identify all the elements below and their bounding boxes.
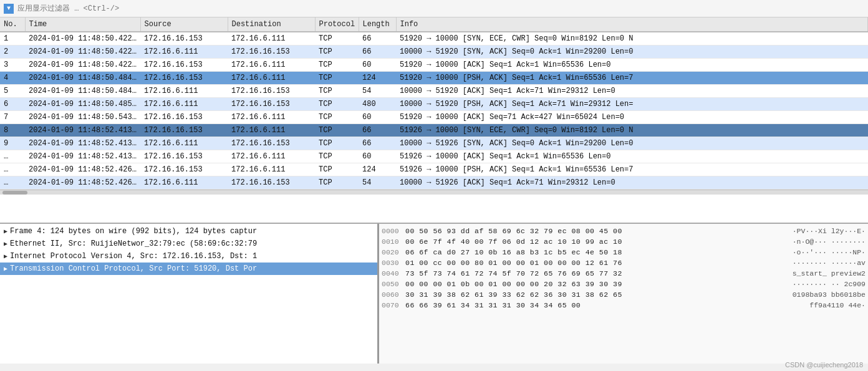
cell-3: 172.16.16.153 bbox=[228, 98, 315, 111]
cell-6: 51926 → 10000 [PSH, ACK] Seq=1 Ack=1 Win… bbox=[396, 163, 868, 176]
cell-1: 2024-01-09 11:48:50.485439 bbox=[25, 98, 140, 111]
table-row[interactable]: 92024-01-09 11:48:52.413238172.16.6.1111… bbox=[0, 137, 868, 150]
horizontal-scrollbar[interactable] bbox=[0, 190, 868, 195]
cell-2: 172.16.6.111 bbox=[140, 98, 228, 111]
hex-row: 002006 6f ca d0 27 10 0b 16 a8 b3 1c b5 … bbox=[382, 248, 866, 258]
hex-offset: 0010 bbox=[382, 237, 405, 247]
cell-1: 2024-01-09 11:48:50.543900 bbox=[25, 111, 140, 124]
table-row[interactable]: 12024-01-09 11:48:50.422428172.16.16.153… bbox=[0, 32, 868, 46]
header-info[interactable]: Info bbox=[396, 17, 868, 32]
hex-ascii: ·PV···Xi l2y···E· bbox=[793, 226, 866, 236]
cell-0: 5 bbox=[0, 85, 25, 98]
cell-6: 51920 → 10000 [SYN, ECE, CWR] Seq=0 Win=… bbox=[396, 32, 868, 46]
hex-row: 000000 50 56 93 dd af 58 69 6c 32 79 ec … bbox=[382, 226, 866, 236]
hex-ascii: ·n·O@··· ········ bbox=[793, 237, 866, 247]
detail-item[interactable]: ▶Internet Protocol Version 4, Src: 172.1… bbox=[0, 250, 377, 263]
cell-3: 172.16.16.153 bbox=[228, 137, 315, 150]
header-protocol[interactable]: Protocol bbox=[315, 17, 359, 32]
table-row[interactable]: …2024-01-09 11:48:52.426594172.16.16.153… bbox=[0, 163, 868, 176]
cell-4: TCP bbox=[315, 98, 359, 111]
cell-5: 60 bbox=[359, 59, 396, 72]
cell-5: 60 bbox=[359, 150, 396, 163]
cell-1: 2024-01-09 11:48:52.426594 bbox=[25, 163, 140, 176]
hex-row: 007066 66 39 61 34 31 31 31 30 34 34 65 … bbox=[382, 301, 866, 311]
table-row[interactable]: 52024-01-09 11:48:50.484874172.16.6.1111… bbox=[0, 85, 868, 98]
cell-1: 2024-01-09 11:48:52.413170 bbox=[25, 124, 140, 137]
hex-offset: 0050 bbox=[382, 279, 405, 289]
cell-4: TCP bbox=[315, 124, 359, 137]
packet-list-section: No. Time Source Destination Protocol Len… bbox=[0, 17, 868, 223]
header-destination[interactable]: Destination bbox=[228, 17, 315, 32]
cell-5: 66 bbox=[359, 46, 396, 59]
cell-6: 10000 → 51926 [ACK] Seq=1 Ack=71 Win=293… bbox=[396, 176, 868, 190]
cell-2: 172.16.6.111 bbox=[140, 46, 228, 59]
hex-ascii: s_start_ preview2 bbox=[793, 269, 866, 279]
cell-4: TCP bbox=[315, 32, 359, 46]
cell-0: 8 bbox=[0, 124, 25, 137]
packet-table: No. Time Source Destination Protocol Len… bbox=[0, 17, 868, 190]
hex-bytes: 66 66 39 61 34 31 31 31 30 34 34 65 00 bbox=[405, 301, 803, 311]
cell-0: 4 bbox=[0, 72, 25, 85]
hex-bytes: 06 6f ca d0 27 10 0b 16 a8 b3 1c b5 ec 4… bbox=[405, 248, 786, 258]
cell-2: 172.16.16.153 bbox=[140, 150, 228, 163]
hex-ascii: ·o··'··· ·····NP· bbox=[793, 248, 866, 258]
hex-offset: 0070 bbox=[382, 301, 405, 311]
hex-bytes: 00 6e 7f 4f 40 00 7f 06 0d 12 ac 10 10 9… bbox=[405, 237, 786, 247]
detail-item[interactable]: ▶Frame 4: 124 bytes on wire (992 bits), … bbox=[0, 225, 377, 238]
cell-0: … bbox=[0, 163, 25, 176]
hex-ascii: ff9a4110 44e· bbox=[809, 301, 866, 311]
header-source[interactable]: Source bbox=[140, 17, 228, 32]
cell-0: 6 bbox=[0, 98, 25, 111]
cell-5: 60 bbox=[359, 111, 396, 124]
table-row[interactable]: 22024-01-09 11:48:50.422485172.16.6.1111… bbox=[0, 46, 868, 59]
detail-item[interactable]: ▶Ethernet II, Src: RuijieNetwor_32:79:ec… bbox=[0, 238, 377, 250]
hex-ascii: 0198ba93 bb6018be bbox=[793, 290, 866, 300]
hex-ascii: ········ ·· 2c909 bbox=[793, 279, 866, 289]
cell-3: 172.16.6.111 bbox=[228, 163, 315, 176]
cell-4: TCP bbox=[315, 176, 359, 190]
header-no[interactable]: No. bbox=[0, 17, 25, 32]
scroll-thumb[interactable] bbox=[2, 191, 27, 195]
cell-2: 172.16.16.153 bbox=[140, 124, 228, 137]
filter-bar: ▼ bbox=[0, 0, 868, 17]
cell-6: 10000 → 51920 [PSH, ACK] Seq=1 Ack=71 Wi… bbox=[396, 98, 868, 111]
cell-1: 2024-01-09 11:48:50.422814 bbox=[25, 59, 140, 72]
cell-6: 51926 → 10000 [SYN, ECE, CWR] Seq=0 Win=… bbox=[396, 124, 868, 137]
table-row[interactable]: 82024-01-09 11:48:52.413170172.16.16.153… bbox=[0, 124, 868, 137]
cell-0: 2 bbox=[0, 46, 25, 59]
hex-row: 001000 6e 7f 4f 40 00 7f 06 0d 12 ac 10 … bbox=[382, 237, 866, 247]
table-row[interactable]: 42024-01-09 11:48:50.484836172.16.16.153… bbox=[0, 72, 868, 85]
cell-2: 172.16.16.153 bbox=[140, 72, 228, 85]
hex-bytes: 00 00 00 01 0b 00 01 00 00 00 20 32 63 3… bbox=[405, 279, 786, 289]
filter-input[interactable] bbox=[17, 4, 864, 13]
table-row[interactable]: 72024-01-09 11:48:50.543900172.16.16.153… bbox=[0, 111, 868, 124]
cell-2: 172.16.6.111 bbox=[140, 176, 228, 190]
hex-offset: 0000 bbox=[382, 226, 405, 236]
cell-6: 10000 → 51926 [SYN, ACK] Seq=0 Ack=1 Win… bbox=[396, 137, 868, 150]
hex-offset: 0060 bbox=[382, 290, 405, 300]
cell-6: 10000 → 51920 [SYN, ACK] Seq=0 Ack=1 Win… bbox=[396, 46, 868, 59]
detail-item[interactable]: ▶Transmission Control Protocol, Src Port… bbox=[0, 263, 377, 275]
hex-row: 005000 00 00 01 0b 00 01 00 00 00 20 32 … bbox=[382, 279, 866, 289]
cell-5: 54 bbox=[359, 85, 396, 98]
header-length[interactable]: Length bbox=[359, 17, 396, 32]
cell-1: 2024-01-09 11:48:52.413238 bbox=[25, 137, 140, 150]
table-row[interactable]: 32024-01-09 11:48:50.422814172.16.16.153… bbox=[0, 59, 868, 72]
cell-4: TCP bbox=[315, 85, 359, 98]
cell-4: TCP bbox=[315, 137, 359, 150]
table-row[interactable]: …2024-01-09 11:48:52.413523172.16.16.153… bbox=[0, 150, 868, 163]
cell-5: 66 bbox=[359, 137, 396, 150]
bottom-section: ▶Frame 4: 124 bytes on wire (992 bits), … bbox=[0, 223, 868, 364]
detail-arrow-icon: ▶ bbox=[4, 265, 7, 272]
table-row[interactable]: 62024-01-09 11:48:50.485439172.16.6.1111… bbox=[0, 98, 868, 111]
hex-row: 003001 00 cc 00 00 80 01 00 00 01 00 00 … bbox=[382, 258, 866, 268]
hex-bytes: 30 31 39 38 62 61 39 33 62 62 36 30 31 3… bbox=[405, 290, 786, 300]
table-row[interactable]: …2024-01-09 11:48:52.426637172.16.6.1111… bbox=[0, 176, 868, 190]
cell-6: 51926 → 10000 [ACK] Seq=1 Ack=1 Win=6553… bbox=[396, 150, 868, 163]
header-time[interactable]: Time bbox=[25, 17, 140, 32]
cell-3: 172.16.6.111 bbox=[228, 32, 315, 46]
cell-2: 172.16.16.153 bbox=[140, 111, 228, 124]
hex-dump-pane: 000000 50 56 93 dd af 58 69 6c 32 79 ec … bbox=[379, 224, 868, 364]
cell-1: 2024-01-09 11:48:50.422485 bbox=[25, 46, 140, 59]
filter-icon: ▼ bbox=[4, 4, 14, 14]
